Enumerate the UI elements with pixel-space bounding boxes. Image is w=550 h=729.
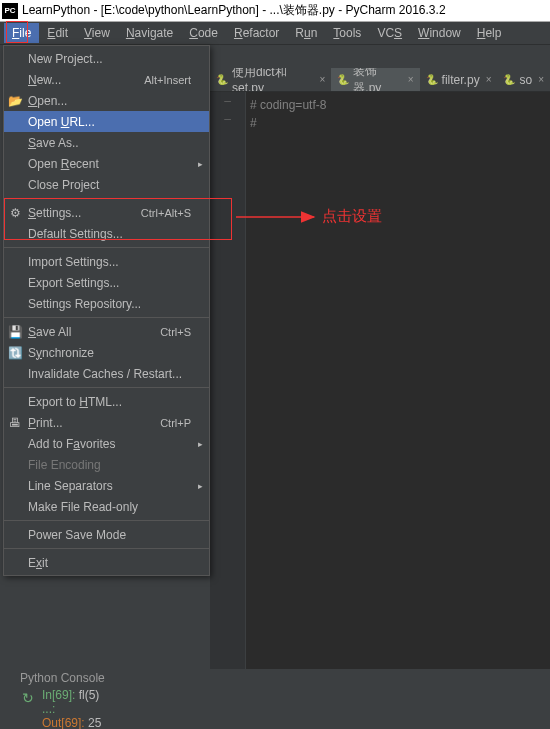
menu-separator (4, 247, 209, 248)
console-title[interactable]: Python Console (20, 671, 105, 685)
menu-add-to-favorites[interactable]: Add to Favorites▸ (4, 433, 209, 454)
save-icon: 💾 (8, 325, 22, 339)
menu-label: Export to HTML... (28, 395, 122, 409)
menu-separator (4, 387, 209, 388)
menu-open-recent[interactable]: Open Recent▸ (4, 153, 209, 174)
menu-power-save-mode[interactable]: Power Save Mode (4, 524, 209, 545)
submenu-arrow-icon: ▸ (198, 481, 203, 491)
menu-default-settings[interactable]: Default Settings... (4, 223, 209, 244)
gear-icon: ⚙ (8, 206, 22, 220)
menu-item-window[interactable]: Window (410, 23, 469, 43)
python-console[interactable]: In[69]: fl(5) ...: Out[69]: 25 (42, 688, 550, 729)
menu-open-url[interactable]: Open URL... (4, 111, 209, 132)
console-in-prompt: In[69]: (42, 688, 75, 702)
menu-label: Import Settings... (28, 255, 119, 269)
menu-label: Default Settings... (28, 227, 123, 241)
menu-item-view[interactable]: View (76, 23, 118, 43)
menu-label: Save As.. (28, 136, 79, 150)
menu-import-settings[interactable]: Import Settings... (4, 251, 209, 272)
close-icon[interactable]: × (408, 74, 414, 85)
menu-export-settings[interactable]: Export Settings... (4, 272, 209, 293)
close-icon[interactable]: × (320, 74, 326, 85)
menu-exit[interactable]: Exit (4, 552, 209, 573)
menu-save-all[interactable]: 💾Save AllCtrl+S (4, 321, 209, 342)
menu-synchronize[interactable]: 🔃Synchronize (4, 342, 209, 363)
editor-gutter: –– (210, 92, 246, 669)
title-bar: PC LearnPython - [E:\code\python\LearnPy… (0, 0, 550, 22)
tab-label: so (519, 73, 532, 87)
menu-item-refactor[interactable]: Refactor (226, 23, 287, 43)
menu-shortcut: Alt+Insert (144, 74, 191, 86)
menu-save-as[interactable]: Save As.. (4, 132, 209, 153)
console-out-prompt: Out[69]: (42, 716, 85, 729)
menu-print[interactable]: 🖶Print...Ctrl+P (4, 412, 209, 433)
menu-label: Settings... (28, 206, 81, 220)
tab-label: 使用dict和set.py (232, 68, 314, 92)
sync-icon: 🔃 (8, 346, 22, 360)
menu-export-to-html[interactable]: Export to HTML... (4, 391, 209, 412)
menu-label: Add to Favorites (28, 437, 115, 451)
tab-filter-py[interactable]: 🐍filter.py× (420, 68, 498, 92)
menu-label: File Encoding (28, 458, 101, 472)
menu-close-project[interactable]: Close Project (4, 174, 209, 195)
annotation-text: 点击设置 (322, 207, 382, 226)
menu-make-file-read-only[interactable]: Make File Read-only (4, 496, 209, 517)
close-icon[interactable]: × (538, 74, 544, 85)
close-icon[interactable]: × (486, 74, 492, 85)
console-out-val: 25 (85, 716, 102, 729)
menu-shortcut: Ctrl+S (160, 326, 191, 338)
menu-label: Open... (28, 94, 67, 108)
menu-settings[interactable]: ⚙Settings...Ctrl+Alt+S (4, 202, 209, 223)
menu-new[interactable]: New...Alt+Insert (4, 69, 209, 90)
menu-label: New Project... (28, 52, 103, 66)
python-file-icon: 🐍 (426, 74, 438, 85)
file-menu-dropdown: New Project...New...Alt+Insert📂Open...Op… (3, 45, 210, 576)
tab-label: 装饰器.py (353, 68, 401, 92)
menu-item-vcs[interactable]: VCS (369, 23, 410, 43)
menu-item-help[interactable]: Help (469, 23, 510, 43)
console-in-code: fl(5) (75, 688, 99, 702)
tab-so[interactable]: 🐍so× (497, 68, 550, 92)
editor-lines: # coding=utf-8# (250, 96, 550, 132)
gutter-mark: – (210, 92, 245, 110)
menu-bar: FileEditViewNavigateCodeRefactorRunTools… (0, 22, 550, 45)
folder-icon: 📂 (8, 94, 22, 108)
menu-label: Make File Read-only (28, 500, 138, 514)
window-title: LearnPython - [E:\code\python\LearnPytho… (22, 2, 446, 19)
menu-shortcut: Ctrl+Alt+S (141, 207, 191, 219)
menu-item-navigate[interactable]: Navigate (118, 23, 181, 43)
menu-new-project[interactable]: New Project... (4, 48, 209, 69)
python-file-icon: 🐍 (503, 74, 515, 85)
menu-file-encoding: File Encoding (4, 454, 209, 475)
menu-item-file[interactable]: File (4, 23, 39, 43)
menu-label: Line Separators (28, 479, 113, 493)
editor-tabs: 🐍使用dict和set.py×🐍装饰器.py×🐍filter.py×🐍so× (210, 68, 550, 92)
console-run-icon[interactable]: ↻ (22, 690, 34, 706)
menu-item-edit[interactable]: Edit (39, 23, 76, 43)
python-file-icon: 🐍 (216, 74, 228, 85)
menu-separator (4, 520, 209, 521)
menu-item-code[interactable]: Code (181, 23, 226, 43)
menu-settings-repository[interactable]: Settings Repository... (4, 293, 209, 314)
menu-separator (4, 198, 209, 199)
code-editor[interactable]: –– # coding=utf-8# (210, 92, 550, 669)
menu-open[interactable]: 📂Open... (4, 90, 209, 111)
menu-label: Power Save Mode (28, 528, 126, 542)
menu-item-tools[interactable]: Tools (325, 23, 369, 43)
menu-label: New... (28, 73, 61, 87)
tab-装饰器-py[interactable]: 🐍装饰器.py× (331, 68, 419, 92)
app-icon: PC (2, 3, 18, 19)
code-line: # (250, 114, 550, 132)
menu-shortcut: Ctrl+P (160, 417, 191, 429)
menu-invalidate-caches-restart[interactable]: Invalidate Caches / Restart... (4, 363, 209, 384)
menu-line-separators[interactable]: Line Separators▸ (4, 475, 209, 496)
submenu-arrow-icon: ▸ (198, 159, 203, 169)
python-file-icon: 🐍 (337, 74, 349, 85)
tab-使用dict和set-py[interactable]: 🐍使用dict和set.py× (210, 68, 331, 92)
menu-item-run[interactable]: Run (287, 23, 325, 43)
menu-label: Invalidate Caches / Restart... (28, 367, 182, 381)
menu-label: Save All (28, 325, 71, 339)
gutter-mark: – (210, 110, 245, 128)
menu-label: Settings Repository... (28, 297, 141, 311)
menu-label: Print... (28, 416, 63, 430)
